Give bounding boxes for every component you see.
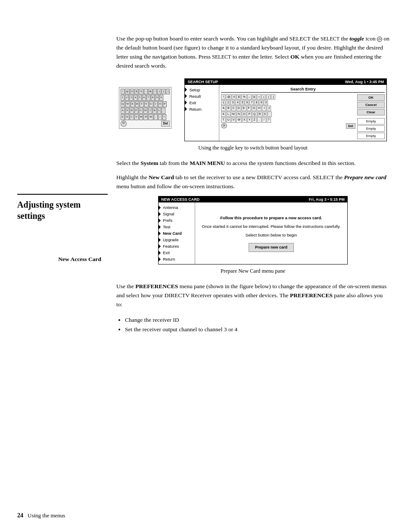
nac-main-content: Follow this procedure to prepare a new a…: [195, 202, 347, 264]
left-keyboard-box: !@#$%–&•(() 1234567890 QWERTYUIOP ASDFGH…: [119, 87, 172, 129]
sidebar-result: Result: [185, 93, 219, 100]
nac-newcard: New Card: [159, 230, 195, 236]
empty-btn-1: Empty: [357, 118, 385, 124]
new-access-card-heading: New Access Card: [17, 256, 108, 263]
bullet-2: Set the receiver output channel to chann…: [125, 325, 389, 334]
bullet-list: Change the receiver ID Set the receiver …: [125, 315, 389, 334]
search-entry-title: Search Entry: [221, 87, 385, 93]
section-divider: [17, 194, 108, 195]
nac-test: Test: [159, 224, 195, 230]
sidebar-return: Return: [185, 106, 219, 112]
empty-btn-3: Empty: [357, 133, 385, 139]
left-del-button: Del: [161, 121, 170, 127]
nac-header: NEW ACCESS CARD Fri, Aug 3 • 5:15 PM: [159, 196, 347, 202]
toggle-icon: ⟳: [377, 37, 382, 42]
nac-sidebar: Antenna Signal Prefs Test New Card Upgra…: [159, 202, 195, 264]
keyboard: !@#$%–&•(() 1234567890 ABCDEFGHIJ: [221, 94, 355, 139]
nac-exit: Exit: [159, 249, 195, 256]
del-button: Del: [346, 123, 355, 129]
search-main: Search Entry !@#$%–&•(() 1234567890: [219, 85, 386, 141]
nac-prefs: Prefs: [159, 217, 195, 224]
search-setup-screen: SEARCH SETUP Wed, Aug 1 • 3:45 PM Setup …: [184, 78, 387, 141]
nac-antenna: Antenna: [159, 204, 195, 211]
nac-return: Return: [159, 256, 195, 262]
search-setup-figure: !@#$%–&•(() 1234567890 QWERTYUIOP ASDFGH…: [116, 78, 389, 151]
cancel-button: Cancel: [357, 102, 385, 108]
empty-btn-2: Empty: [357, 125, 385, 132]
adjusting-heading: Adjusting system settings: [17, 199, 108, 221]
ok-button: OK: [357, 94, 385, 101]
sidebar-exit: Exit: [185, 100, 219, 106]
bottom-paragraph: Use the PREFERENCES menu pane (shown in …: [116, 282, 389, 309]
sidebar-setup: Setup: [185, 87, 219, 93]
clear-button: Clear: [357, 109, 385, 115]
nac-signal: Signal: [159, 211, 195, 217]
empty-buttons: Empty Empty Empty: [357, 118, 385, 139]
action-buttons: OK Cancel Clear Empty Empty Empty: [357, 94, 385, 139]
footer-text: Using the menus: [28, 512, 65, 519]
prepare-new-card-button[interactable]: Prepare new card: [249, 243, 294, 252]
screen-header: SEARCH SETUP Wed, Aug 1 • 3:45 PM: [185, 79, 386, 85]
intro-paragraph: Use the pop-up button board to enter sea…: [116, 34, 389, 71]
new-access-card-figure: NEW ACCESS CARD Fri, Aug 3 • 5:15 PM Ant…: [116, 196, 389, 274]
new-access-paragraph: Highlight the New Card tab to set the re…: [116, 173, 389, 191]
new-access-screen: NEW ACCESS CARD Fri, Aug 3 • 5:15 PM Ant…: [158, 196, 348, 264]
nac-figure-caption: Prepare New Card menu pane: [221, 268, 285, 274]
bullet-1: Change the receiver ID: [125, 315, 389, 325]
nac-upgrade: Upgrade: [159, 236, 195, 243]
search-sidebar: Setup Result Exit Return: [185, 85, 219, 141]
page-number: 24: [17, 512, 23, 519]
search-figure-caption: Using the toggle key to switch button bo…: [198, 145, 307, 151]
nac-features: Features: [159, 243, 195, 249]
adjusting-paragraph: Select the System tab from the MAIN MENU…: [116, 159, 389, 168]
